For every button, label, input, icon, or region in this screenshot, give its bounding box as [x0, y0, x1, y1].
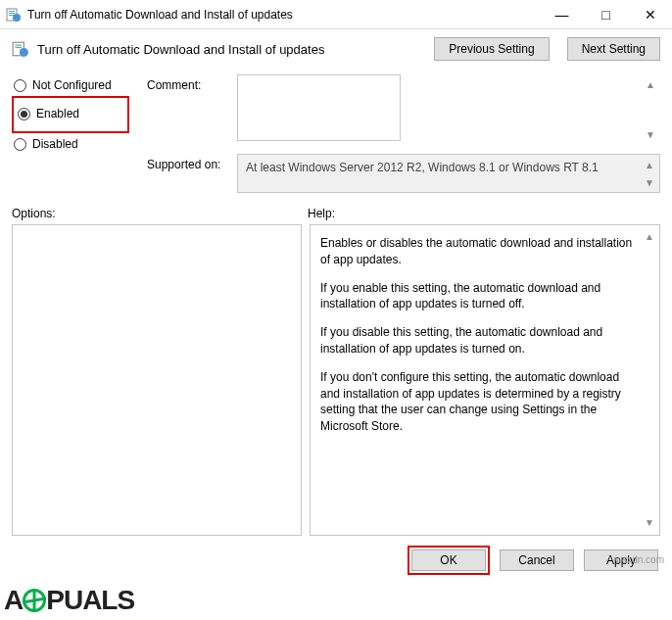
svg-rect-7	[15, 47, 22, 48]
help-text: If you don't configure this setting, the…	[320, 369, 636, 435]
scroll-down-icon[interactable]: ▼	[643, 126, 658, 142]
svg-rect-6	[15, 45, 22, 46]
scroll-down-icon: ▼	[642, 174, 657, 190]
help-label: Help:	[308, 207, 335, 220]
next-setting-button[interactable]: Next Setting	[567, 37, 660, 61]
scroll-up-icon[interactable]: ▲	[642, 229, 657, 245]
supported-on-value: At least Windows Server 2012 R2, Windows…	[237, 154, 660, 193]
close-button[interactable]: ✕	[628, 0, 672, 28]
radio-label: Enabled	[36, 107, 79, 120]
state-radio-group: Not Configured Enabled Disabled	[12, 74, 129, 193]
scroll-up-icon: ▲	[642, 157, 657, 172]
watermark-logo: APUALS	[0, 585, 134, 616]
title-bar: Turn off Automatic Download and Install …	[0, 0, 672, 29]
previous-setting-button[interactable]: Previous Setting	[434, 37, 549, 61]
policy-icon	[6, 7, 22, 23]
dialog-footer: OK Cancel Apply	[0, 536, 672, 585]
radio-icon	[18, 108, 30, 120]
radio-enabled[interactable]: Enabled	[16, 102, 125, 125]
panes: Enables or disables the automatic downlo…	[0, 224, 672, 536]
scroll-down-icon[interactable]: ▼	[642, 515, 657, 531]
supported-text: At least Windows Server 2012 R2, Windows…	[246, 161, 599, 174]
pane-labels: Options: Help:	[0, 193, 672, 224]
minimize-button[interactable]: ―	[540, 0, 584, 28]
svg-point-4	[13, 14, 21, 22]
globe-icon	[23, 589, 46, 612]
header-row: Turn off Automatic Download and Install …	[0, 29, 672, 69]
maximize-button[interactable]: □	[584, 0, 628, 28]
radio-label: Not Configured	[32, 78, 112, 92]
help-text: Enables or disables the automatic downlo…	[320, 235, 636, 268]
window-title: Turn off Automatic Download and Install …	[27, 8, 540, 22]
policy-header-icon	[12, 40, 29, 58]
credit-text: wsxdn.com	[615, 554, 664, 565]
comment-textarea[interactable]	[237, 74, 401, 141]
svg-rect-2	[9, 13, 15, 14]
svg-point-8	[20, 48, 28, 57]
help-pane: Enables or disables the automatic downlo…	[310, 224, 660, 536]
svg-rect-1	[9, 11, 15, 12]
options-label: Options:	[12, 207, 308, 220]
config-area: Not Configured Enabled Disabled Comment:…	[0, 69, 672, 193]
radio-disabled[interactable]: Disabled	[12, 135, 129, 153]
help-text: If you enable this setting, the automati…	[320, 280, 636, 313]
radio-icon	[14, 79, 26, 92]
help-text: If you disable this setting, the automat…	[320, 324, 636, 358]
policy-title: Turn off Automatic Download and Install …	[37, 42, 324, 57]
comment-label: Comment:	[147, 74, 227, 144]
scroll-up-icon[interactable]: ▲	[643, 76, 658, 92]
radio-not-configured[interactable]: Not Configured	[12, 76, 129, 94]
options-pane	[12, 224, 302, 536]
ok-button[interactable]: OK	[411, 549, 486, 571]
supported-on-label: Supported on:	[147, 154, 227, 193]
cancel-button[interactable]: Cancel	[500, 549, 574, 571]
radio-label: Disabled	[32, 137, 78, 151]
radio-icon	[14, 138, 26, 151]
ok-highlight: OK	[408, 546, 490, 575]
